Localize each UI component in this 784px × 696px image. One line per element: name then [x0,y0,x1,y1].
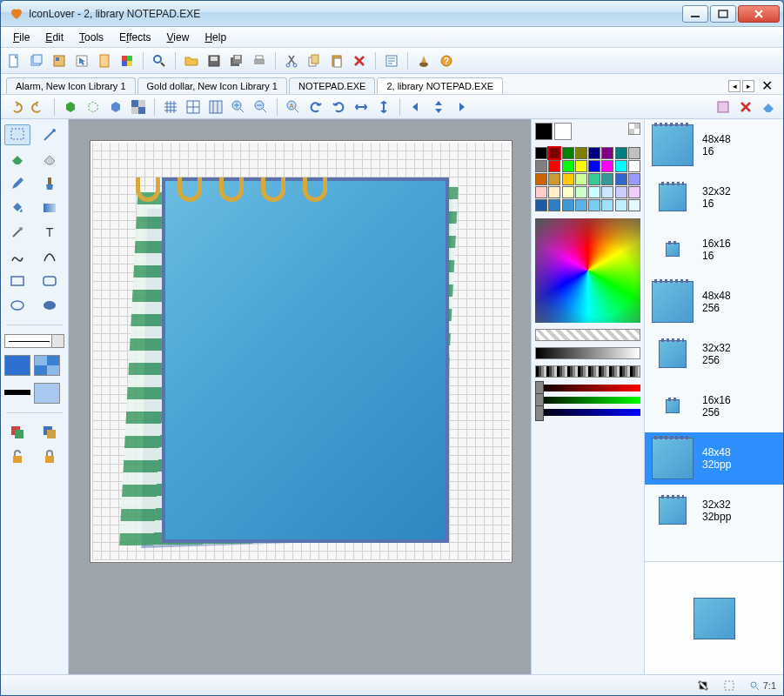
fg-color-swatch[interactable] [535,123,553,140]
color-cell[interactable] [562,173,574,185]
tab-prev-button[interactable]: ◂ [728,80,740,92]
tab-close-button[interactable]: ✕ [756,77,778,94]
eyedropper-tool[interactable] [4,222,30,243]
color-cell[interactable] [535,173,547,185]
flip-h-icon[interactable] [352,97,371,117]
shift-ud-icon[interactable] [429,97,448,117]
text-tool[interactable]: T [37,222,63,243]
alpha-gradient[interactable] [535,329,640,341]
transparent-swatch[interactable] [628,123,640,135]
menu-help[interactable]: Help [198,29,233,46]
color-cell[interactable] [628,147,640,159]
menu-effects[interactable]: Effects [112,29,157,46]
color-cell[interactable] [615,186,627,198]
layer-red-icon[interactable] [4,422,30,443]
paintbrush-tool[interactable] [37,173,63,194]
bg-color-swatch[interactable] [554,123,572,140]
color-cell[interactable] [588,199,600,211]
color-cell[interactable] [562,147,574,159]
save-size-icon[interactable] [714,97,733,117]
cube-blue-icon[interactable] [106,97,125,117]
color-picker[interactable] [535,218,640,323]
grid-icon[interactable] [161,97,180,117]
color-cell[interactable] [615,160,627,172]
color-cell[interactable] [628,173,640,185]
color-cell[interactable] [601,199,613,211]
save-icon[interactable] [204,51,224,70]
ellipse-tool[interactable] [4,295,30,316]
color-cell[interactable] [615,173,627,185]
roundrect-tool[interactable] [37,271,63,291]
maximize-button[interactable] [710,5,736,23]
color-cell[interactable] [615,147,627,159]
cube-solid-icon[interactable] [61,97,80,117]
size-item[interactable]: 32x3216 [645,171,783,224]
gray-gradient[interactable] [535,365,640,378]
fill-tool[interactable] [4,197,30,218]
paste-icon[interactable] [327,51,346,70]
color-cell[interactable] [588,173,600,185]
rotate-left-icon[interactable] [306,97,325,117]
colors-icon[interactable] [117,51,137,70]
fill-style[interactable] [34,383,60,404]
new-file-icon[interactable] [4,51,23,70]
search-icon[interactable] [150,51,169,70]
size-item[interactable]: 16x16256 [645,380,783,432]
zoom-in-icon[interactable] [229,97,248,117]
color-cell[interactable] [588,160,600,172]
split-icon[interactable] [184,97,203,117]
color-cell[interactable] [535,160,547,172]
grid2-icon[interactable] [206,97,225,117]
color-cell[interactable] [575,160,587,172]
arc-tool[interactable] [37,246,63,267]
color-cell[interactable] [575,186,587,198]
pixel-canvas[interactable] [92,143,510,560]
canvas-viewport[interactable] [69,119,531,674]
size-item[interactable]: 32x32256 [645,328,783,380]
orange-doc-icon[interactable] [95,51,114,70]
red-slider[interactable] [535,385,640,392]
style-pattern-swatch[interactable] [34,355,60,376]
color-cell[interactable] [601,186,613,198]
size-item[interactable]: 48x4816 [645,119,783,171]
color-cell[interactable] [548,147,560,159]
color-cell[interactable] [628,199,640,211]
color-cell[interactable] [535,186,547,198]
color-cell[interactable] [575,147,587,159]
style-solid-swatch[interactable] [4,355,30,376]
color-cell[interactable] [548,173,560,185]
color-cell[interactable] [548,199,560,211]
color-cell[interactable] [562,160,574,172]
tab-3[interactable]: 2, library NOTEPAD.EXE [377,77,503,94]
color-cell[interactable] [628,186,640,198]
gradient-tool[interactable] [37,197,63,218]
rect-tool[interactable] [4,271,30,291]
color-cell[interactable] [601,160,613,172]
delete-icon[interactable] [350,51,369,70]
wizard-icon[interactable] [414,51,433,70]
lock-closed-icon[interactable] [37,446,63,467]
eraser-tool[interactable] [4,149,30,170]
zoom-out-icon[interactable] [251,97,271,117]
cube-wire-icon[interactable] [84,97,103,117]
color-cell[interactable] [588,147,600,159]
open-folder-icon[interactable] [182,51,201,70]
new-cursor-icon[interactable] [72,51,91,70]
undo-icon[interactable] [6,97,25,117]
color-cell[interactable] [575,173,587,185]
size-item[interactable]: 16x1616 [645,224,783,276]
size-item[interactable]: 48x48256 [645,276,783,328]
save-all-icon[interactable] [227,51,246,70]
menu-file[interactable]: File [6,29,37,46]
new-multi-icon[interactable] [50,51,69,70]
color-cell[interactable] [575,199,587,211]
layer-blue-icon[interactable] [37,422,63,443]
flip-v-icon[interactable] [374,97,393,117]
color-cell[interactable] [535,199,547,211]
delete-size-icon[interactable] [736,97,755,117]
tab-next-button[interactable]: ▸ [742,80,754,92]
size-item[interactable]: 32x3232bpp [645,485,783,537]
lock-open-icon[interactable] [4,446,30,467]
color-cell[interactable] [562,199,574,211]
brush-tool[interactable] [37,124,63,145]
